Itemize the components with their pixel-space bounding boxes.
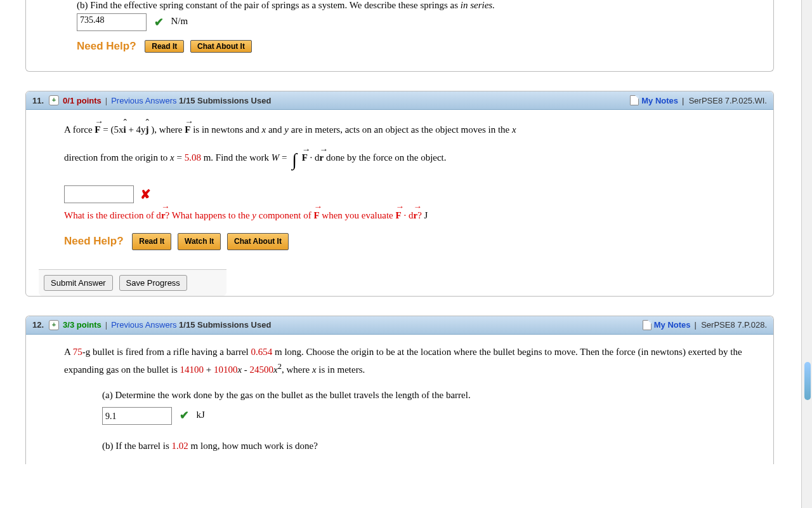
- check-icon: ✔: [154, 16, 164, 29]
- q12-header: 12. + 3/3 points | Previous Answers 1/15…: [26, 316, 773, 335]
- expand-icon[interactable]: +: [49, 320, 59, 330]
- q11-number: 11.: [32, 96, 44, 105]
- q11-header: 11. + 0/1 points | Previous Answers 1/15…: [26, 91, 773, 110]
- question-10-partial: (b) Find the effective spring constant o…: [25, 0, 774, 72]
- scroll-thumb[interactable]: [804, 362, 811, 400]
- question-12: 12. + 3/3 points | Previous Answers 1/15…: [25, 316, 774, 464]
- read-it-button[interactable]: Read It: [132, 233, 171, 250]
- cross-icon: ✘: [140, 187, 151, 201]
- read-it-button[interactable]: Read It: [145, 40, 184, 53]
- q12-unit-a: kJ: [197, 410, 205, 420]
- q11-points: 0/1 points: [63, 96, 102, 105]
- chat-about-it-button[interactable]: Chat About It: [190, 40, 252, 53]
- q11-body: A force F = (5xi + 4yj ), where F is in …: [26, 110, 773, 269]
- watch-it-button[interactable]: Watch It: [178, 233, 221, 250]
- need-help-label: Need Help?: [77, 40, 136, 52]
- previous-answers-link[interactable]: Previous Answers: [111, 320, 176, 330]
- need-help-label: Need Help?: [64, 235, 124, 247]
- q12-points: 3/3 points: [63, 320, 102, 330]
- question-11: 11. + 0/1 points | Previous Answers 1/15…: [25, 91, 774, 297]
- my-notes-link[interactable]: My Notes: [641, 96, 678, 105]
- save-progress-button[interactable]: Save Progress: [119, 275, 187, 291]
- q11-hint: What is the direction of dr? What happen…: [64, 208, 761, 224]
- note-icon: [643, 320, 652, 330]
- previous-answers-link[interactable]: Previous Answers: [111, 96, 176, 105]
- q11-reference: SerPSE8 7.P.025.WI.: [689, 96, 767, 105]
- q10-answer-input[interactable]: 735.48: [77, 13, 147, 31]
- q11-submissions: 1/15 Submissions Used: [179, 96, 271, 105]
- expand-icon[interactable]: +: [49, 95, 59, 105]
- submit-answer-button[interactable]: Submit Answer: [44, 275, 113, 291]
- q11-xvalue: 5.08: [185, 152, 201, 163]
- q11-answer-input[interactable]: [64, 185, 134, 203]
- q11-submit-bar: Submit Answer Save Progress: [39, 269, 226, 296]
- q12-reference: SerPSE8 7.P.028.: [701, 320, 767, 330]
- note-icon: [630, 95, 639, 105]
- check-icon: ✔: [180, 409, 189, 422]
- q12-number: 12.: [32, 320, 44, 330]
- chat-about-it-button[interactable]: Chat About It: [227, 233, 289, 250]
- q12-answer-a-input[interactable]: 9.1: [102, 407, 172, 425]
- my-notes-link[interactable]: My Notes: [654, 320, 691, 330]
- q10-part-b-text: (b) Find the effective spring constant o…: [77, 0, 761, 11]
- q12-body: A 75-g bullet is fired from a rifle havi…: [26, 335, 773, 464]
- q10-unit: N/m: [171, 16, 188, 26]
- q12-part-a-text: (a) Determine the work done by the gas o…: [102, 387, 761, 404]
- q12-submissions: 1/15 Submissions Used: [179, 320, 271, 330]
- q12-part-b-text: (b) If the barrel is 1.02 m long, how mu…: [102, 438, 761, 455]
- scrollbar[interactable]: [801, 0, 812, 464]
